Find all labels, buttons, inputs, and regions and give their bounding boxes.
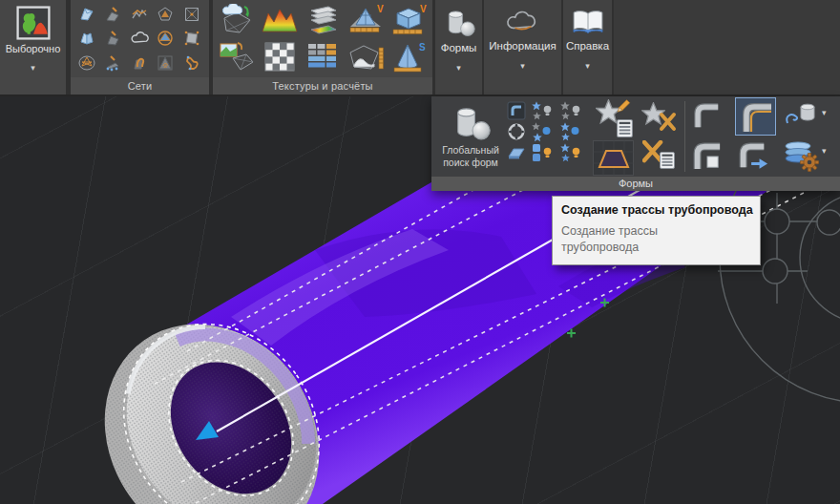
flyout-separator — [684, 101, 685, 172]
cloud-icon — [505, 8, 541, 36]
pipe-route-square-tool[interactable] — [690, 139, 723, 172]
tab-information[interactable]: Информация — [484, 0, 561, 94]
chevron-down-icon — [31, 57, 35, 74]
contour-mesh-tool[interactable] — [156, 53, 175, 73]
pipe-route-continue-tool[interactable] — [736, 139, 770, 172]
tab-shapes[interactable]: Формы — [435, 0, 482, 94]
svg-text:S: S — [419, 42, 426, 52]
shape-favorite-tool-5[interactable] — [559, 121, 580, 142]
edit-points-tool[interactable] — [103, 53, 122, 73]
volume-surface-tool[interactable]: V — [346, 4, 385, 35]
mound-measure-tool[interactable] — [346, 41, 385, 73]
cylinder-sphere-icon — [442, 8, 476, 38]
tooltip-create-pipeline-route: Создание трассы трубопровода Создание тр… — [552, 196, 761, 265]
cloud-to-mesh-tool[interactable] — [218, 4, 256, 35]
surface-sheet-tool[interactable] — [77, 5, 96, 24]
selective-display-label: Выборочно — [6, 43, 61, 54]
ribbon-panel-networks: Сети — [71, 0, 209, 94]
wheel-node[interactable] — [765, 209, 789, 234]
cube-points-tool[interactable] — [182, 29, 201, 48]
edit-shape-list-tool[interactable] — [594, 97, 636, 139]
bounding-box-tool[interactable] — [182, 5, 201, 24]
profile-lines-tool[interactable] — [130, 5, 149, 24]
cloud-outline-tool[interactable] — [130, 29, 149, 48]
shapes-flyout-panel: Глобальный поиск форм — [431, 96, 840, 191]
remove-favorite-tool[interactable] — [641, 101, 678, 132]
volume-box-tool[interactable]: V — [389, 4, 428, 35]
svg-text:V: V — [377, 4, 384, 14]
checkerboard-texture-tool[interactable] — [261, 41, 299, 73]
ribbon-empty-area — [614, 0, 840, 94]
delete-from-list-tool[interactable] — [642, 140, 677, 171]
global-shape-search-label: Глобальный поиск форм — [433, 144, 508, 169]
edit-surface-tool[interactable] — [103, 5, 122, 24]
create-pipeline-route-tool[interactable] — [735, 97, 776, 136]
flyout-panel-label: Формы — [431, 177, 840, 191]
cone-slope-tool[interactable]: S — [389, 41, 428, 73]
shape-favorite-tool-3[interactable] — [531, 142, 552, 163]
selective-display-button[interactable]: Выборочно — [0, 0, 66, 94]
cylinder-sphere-icon — [449, 104, 493, 142]
calculation-table-tool[interactable] — [304, 41, 342, 73]
shape-favorite-tool-4[interactable] — [559, 100, 580, 121]
tab-help-label: Справка — [566, 40, 609, 52]
tab-shapes-label: Формы — [441, 42, 477, 53]
textures-icon-grid: V V S — [213, 0, 432, 77]
folded-sheet-tool[interactable] — [77, 29, 96, 48]
curved-arrow-tool[interactable] — [182, 53, 201, 73]
chevron-down-icon[interactable] — [822, 110, 827, 116]
panel-label-textures: Текстуры и расчёты — [213, 77, 432, 94]
chevron-down-icon[interactable] — [822, 148, 827, 154]
chevron-down-icon — [520, 55, 525, 73]
wheel-node[interactable] — [763, 259, 788, 284]
ribbon: Выборочно Сети — [0, 0, 840, 96]
open-book-icon — [572, 8, 604, 36]
pipe-corner-tool[interactable] — [507, 101, 526, 120]
target-point-tool[interactable] — [507, 122, 526, 141]
pond-area-tool[interactable] — [593, 140, 634, 176]
global-shape-search-button[interactable]: Глобальный поиск форм — [433, 99, 508, 174]
hook-curve-tool[interactable] — [130, 53, 149, 73]
tooltip-description: Создание трассы трубопровода — [561, 223, 687, 256]
tab-information-label: Информация — [489, 40, 556, 52]
cylinder-curve-tool[interactable] — [784, 101, 818, 128]
cad-application-window: Выборочно Сети — [0, 0, 840, 504]
chevron-down-icon — [456, 57, 461, 74]
layers-settings-tool[interactable] — [782, 138, 820, 173]
edit-mesh-tool[interactable] — [103, 29, 122, 48]
layer-stack-tool[interactable] — [304, 4, 342, 35]
selective-display-icon — [16, 6, 51, 40]
shape-favorite-tool-1[interactable] — [531, 100, 552, 121]
elevation-map-tool[interactable] — [261, 4, 299, 35]
pipe-route-tool[interactable] — [689, 99, 722, 130]
networks-icon-grid — [71, 0, 209, 77]
panel-label-networks: Сети — [71, 77, 209, 94]
tab-help[interactable]: Справка — [563, 0, 612, 94]
svg-text:V: V — [420, 4, 427, 14]
shape-favorite-tool-2[interactable] — [531, 121, 552, 142]
wheel-node[interactable] — [817, 210, 840, 235]
ramp-tool[interactable] — [507, 143, 526, 162]
circle-net-tool[interactable] — [77, 53, 96, 73]
ribbon-panel-textures: V V S Текстуры и расчёты — [213, 0, 432, 94]
mesh-pentagon-tool[interactable] — [156, 5, 175, 24]
chevron-down-icon — [585, 55, 590, 73]
tooltip-title: Создание трассы трубопровода — [561, 203, 751, 217]
shape-favorite-tool-6[interactable] — [559, 142, 580, 163]
sphere-net-tool[interactable] — [156, 29, 175, 48]
image-to-mesh-tool[interactable] — [218, 41, 256, 73]
